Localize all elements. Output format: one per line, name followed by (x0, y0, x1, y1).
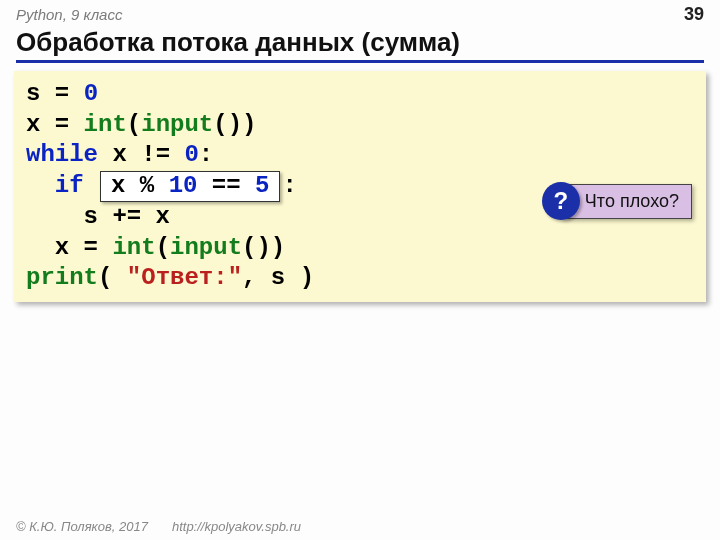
course-label: Python, 9 класс (16, 6, 122, 23)
code-token: s += x (26, 203, 170, 230)
code-token: ()) (242, 234, 285, 261)
code-token: int (112, 234, 155, 261)
code-token: print (26, 264, 98, 291)
code-token: : (199, 141, 213, 168)
code-token: 10 (169, 172, 198, 199)
code-token: 0 (84, 80, 98, 107)
code-token: x = (26, 234, 112, 261)
code-token: : (282, 172, 296, 199)
callout-text: Что плохо? (562, 184, 692, 219)
code-token (26, 172, 55, 199)
code-token: input (170, 234, 242, 261)
code-token: s (26, 80, 40, 107)
code-token: ( (98, 264, 127, 291)
code-token: ( (156, 234, 170, 261)
page-number: 39 (684, 4, 704, 25)
question-callout: ? Что плохо? (542, 182, 692, 220)
slide-footer: © К.Ю. Поляков, 2017 http://kpolyakov.sp… (16, 519, 301, 534)
highlight-box: x % 10 == 5 (100, 171, 280, 202)
code-token: == (197, 172, 255, 199)
code-token: x = (26, 111, 84, 138)
question-icon: ? (542, 182, 580, 220)
code-token: int (84, 111, 127, 138)
slide-title: Обработка потока данных (сумма) (16, 27, 704, 63)
code-token: ( (127, 111, 141, 138)
code-token: ()) (213, 111, 256, 138)
code-token: = (40, 80, 83, 107)
code-token: , s ) (242, 264, 314, 291)
code-token: 0 (184, 141, 198, 168)
code-token: 5 (255, 172, 269, 199)
slide-header: Python, 9 класс 39 (0, 0, 720, 25)
footer-url: http://kpolyakov.spb.ru (172, 519, 301, 534)
copyright-label: © К.Ю. Поляков, 2017 (16, 519, 148, 534)
code-token: "Ответ:" (127, 264, 242, 291)
code-token: while (26, 141, 98, 168)
code-token: input (141, 111, 213, 138)
code-token: x != (98, 141, 184, 168)
code-token: x % (111, 172, 169, 199)
code-token: if (55, 172, 84, 199)
code-token (84, 172, 98, 199)
